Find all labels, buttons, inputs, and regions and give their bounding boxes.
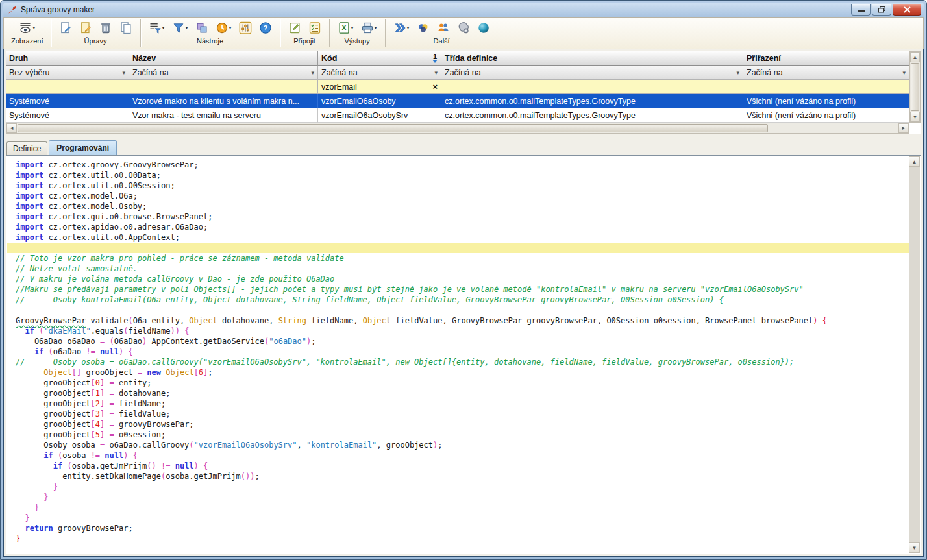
tab-definice[interactable]: Definice [6,141,47,155]
app-icon [7,5,18,15]
code-line: if (osoba != null) { [16,450,909,461]
scroll-up-icon[interactable]: ▲ [910,52,920,62]
history-button[interactable]: ▾ [215,21,232,35]
code-vertical-scrollbar[interactable]: ▲ ▼ [909,156,920,553]
filter-dropdown[interactable]: Začíná na▾ [441,66,743,80]
scroll-left-icon[interactable]: ◄ [6,123,17,133]
restore-button[interactable] [872,4,891,16]
brain-button[interactable] [456,21,471,35]
help-button[interactable]: ? [258,21,273,35]
code-line: } [16,481,909,492]
new-record-button[interactable] [58,21,73,35]
close-icon [904,6,911,13]
filter-value: Začíná na [321,68,358,77]
colors-button[interactable] [416,21,430,35]
code-scroll-down-icon[interactable]: ▼ [909,542,920,553]
grid-filter-row: Bez výběru▾Začíná na▾Začíná na▾Začíná na… [6,66,909,80]
grid-vertical-scrollbar[interactable]: ▲ ▼ [909,51,921,123]
code-line: if (o6aDao != null) { [16,347,909,357]
code-editor-panel: import cz.ortex.groovy.GroovyBrowsePar;i… [6,155,921,554]
main-panel: DruhNázevKód1Třída definicePřiřazeníBez … [3,49,924,557]
users-button[interactable] [436,21,451,35]
filter-list-icon [149,21,162,34]
code-line: // Nelze volat samostatně. [16,263,909,274]
toolbar-separator [51,19,51,47]
actions-icon [393,21,406,34]
delete-record-button[interactable] [99,21,113,35]
code-line: Osoby osoba = o6aDao.callGroovy("vzorEma… [16,440,909,450]
search-input[interactable] [743,80,909,94]
code-line: import cz.ortex.gui.o0.browse.BrowsePane… [16,212,909,222]
table-row[interactable]: SystémovéVzorové makro na klientu s volá… [6,94,909,108]
filter-dropdown[interactable]: Začíná na▾ [129,66,318,80]
users-icon [437,21,450,34]
code-line: } [16,492,909,502]
print-button[interactable]: ▾ [360,21,378,35]
code-line: import cz.ortex.model.O6a; [16,191,909,201]
code-editor[interactable]: import cz.ortex.groovy.GroovyBrowsePar;i… [7,156,909,553]
code-line [16,305,909,315]
grid-search-row: vzorEmail× [6,80,909,94]
code-line: Object[] grooObject = new Object[6]; [16,367,909,378]
funnel-icon [172,21,185,34]
view-button[interactable]: ▾ [18,21,36,35]
merge-button[interactable] [195,21,209,35]
filter-dropdown[interactable]: Začíná na▾ [318,66,441,80]
code-line: // V makru je volána metoda callGroovy v… [16,274,909,284]
column-header-n-zev[interactable]: Název [129,51,318,66]
excel-button[interactable]: X▾ [337,21,354,35]
column-header-p-i-azen-[interactable]: Přiřazení [743,51,909,66]
column-header-druh[interactable]: Druh [6,51,129,66]
copy-record-button[interactable] [119,21,133,35]
table-cell: Systémové [6,108,129,123]
search-input[interactable] [441,80,743,94]
code-line: grooObject[2] = fieldName; [16,398,909,409]
column-header-t-da-definice[interactable]: Třída definice [441,51,743,66]
chevron-down-icon: ▾ [736,69,739,76]
code-line: if ("dkaEMail".equals(fieldName)) { [16,326,909,336]
toolbar-group-2: Úpravy [53,18,139,49]
code-line: import cz.ortex.util.o0.O0Data; [16,170,909,180]
search-input[interactable] [6,80,129,94]
print-icon [361,21,374,34]
code-scroll-up-icon[interactable]: ▲ [909,156,920,167]
scroll-down-icon[interactable]: ▼ [910,112,920,122]
grid-hscroll-track[interactable] [17,123,898,133]
clear-search-icon[interactable]: × [432,82,438,91]
grid-horizontal-scrollbar[interactable]: ◄ ► [6,123,909,134]
filter-list-button[interactable]: ▾ [148,21,166,35]
checklist-icon [308,21,321,34]
filter-dropdown[interactable]: Bez výběru▾ [6,66,129,80]
code-line: import cz.ortex.groovy.GroovyBrowsePar; [16,160,909,170]
toolbar-group-label: Zobrazení [11,37,43,45]
filter-dropdown[interactable]: Začíná na▾ [743,66,909,80]
scroll-right-icon[interactable]: ► [898,123,909,133]
funnel-button[interactable]: ▾ [171,21,189,35]
checklist-button[interactable] [308,21,322,35]
toolbar-group-3: ▾▾▾?Nástroje [142,18,278,49]
grid-vscroll-thumb[interactable] [911,63,919,111]
search-input[interactable] [129,80,318,94]
minimize-button[interactable] [851,4,871,16]
table-cell: Všichni (není vázáno na profil) [743,94,909,108]
edit-record-button[interactable] [79,21,93,35]
chevron-down-icon: ▾ [434,69,438,76]
actions-button[interactable]: ▾ [393,21,410,35]
code-line: // Osoby kontrolaEmail(O6a entity, Objec… [16,295,909,305]
table-row[interactable]: SystémovéVzor makra - test emailu na ser… [6,108,909,123]
dropdown-arrow-icon: ▾ [407,25,410,30]
toolbar: ▾ZobrazeníÚpravy▾▾▾?NástrojePřipojitX▾▾V… [3,17,924,51]
sphere-button[interactable] [476,21,491,35]
code-line: import cz.ortex.apidao.o0.adresar.O6aDao… [16,222,909,232]
tab-programovani[interactable]: Programování [49,140,117,155]
minimize-icon [858,10,865,12]
grid-hscroll-thumb[interactable] [18,124,768,132]
note-button[interactable] [288,21,302,35]
close-button[interactable] [893,4,921,16]
column-header-k-d[interactable]: Kód1 [318,51,441,66]
search-input[interactable]: vzorEmail× [318,80,441,94]
dropdown-arrow-icon: ▾ [162,25,165,30]
history-icon [216,21,229,34]
settings-button[interactable] [238,21,253,35]
sort-descending-icon [432,60,438,63]
